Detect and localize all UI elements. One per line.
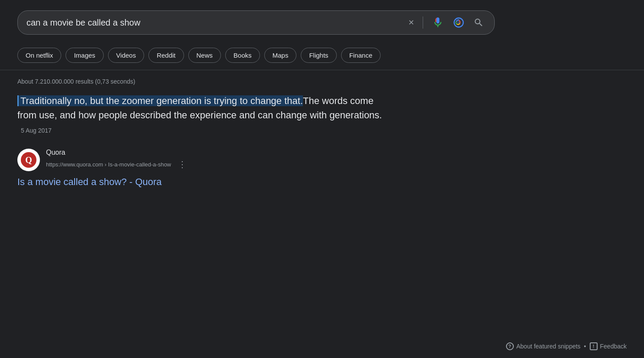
- chip-maps[interactable]: Maps: [264, 48, 297, 63]
- chip-news[interactable]: News: [188, 48, 221, 63]
- quora-logo: Q: [21, 152, 36, 168]
- microphone-icon: [432, 16, 444, 29]
- filter-chips: On netflix Images Videos Reddit News Boo…: [0, 43, 644, 70]
- chip-finance[interactable]: Finance: [341, 48, 381, 63]
- chip-on-netflix[interactable]: On netflix: [17, 48, 61, 63]
- lens-button[interactable]: [451, 15, 467, 30]
- about-snippets-label: About featured snippets: [516, 343, 581, 350]
- feedback-icon: !: [590, 342, 598, 350]
- search-input[interactable]: [26, 18, 407, 28]
- chip-flights[interactable]: Flights: [301, 48, 336, 63]
- search-icons: ×: [407, 15, 486, 30]
- clear-button[interactable]: ×: [407, 15, 416, 30]
- source-url: https://www.quora.com › Is-a-movie-calle…: [46, 161, 171, 168]
- search-button[interactable]: [472, 16, 486, 29]
- search-icon: [473, 17, 484, 28]
- source-logo: Q: [17, 149, 40, 171]
- chip-images[interactable]: Images: [66, 48, 103, 63]
- lens-icon: [453, 16, 465, 29]
- about-snippets-item[interactable]: ? About featured snippets: [506, 342, 581, 350]
- snippet-highlighted: Traditionally no, but the zoomer generat…: [17, 95, 303, 106]
- help-circle-icon: ?: [506, 342, 514, 350]
- chip-videos[interactable]: Videos: [108, 48, 145, 63]
- chip-reddit[interactable]: Reddit: [148, 48, 184, 63]
- microphone-button[interactable]: [430, 15, 446, 30]
- close-icon: ×: [408, 17, 414, 28]
- bottom-bar: ? About featured snippets • ! Feedback: [489, 335, 644, 358]
- search-bar-container: ×: [0, 0, 644, 43]
- results-area: About 7.210.000.000 results (0,73 second…: [0, 70, 644, 188]
- source-row: Q Quora https://www.quora.com › Is-a-mov…: [17, 149, 627, 171]
- chip-books[interactable]: Books: [225, 48, 260, 63]
- results-count: About 7.210.000.000 results (0,73 second…: [17, 78, 627, 85]
- search-divider: [423, 16, 423, 29]
- source-url-row: https://www.quora.com › Is-a-movie-calle…: [46, 157, 190, 171]
- separator: •: [584, 343, 586, 350]
- result-link[interactable]: Is a movie called a show? - Quora: [17, 176, 162, 187]
- snippet-date: 5 Aug 2017: [21, 127, 52, 134]
- source-info: Quora https://www.quora.com › Is-a-movie…: [46, 149, 190, 171]
- source-name: Quora: [46, 149, 190, 156]
- snippet-text: Traditionally no, but the zoomer generat…: [17, 94, 391, 137]
- search-bar: ×: [17, 10, 495, 35]
- feedback-item[interactable]: ! Feedback: [590, 342, 627, 350]
- svg-point-1: [457, 21, 460, 24]
- more-options-icon[interactable]: ⋮: [174, 157, 190, 171]
- featured-snippet: Traditionally no, but the zoomer generat…: [17, 94, 391, 137]
- feedback-label: Feedback: [600, 343, 627, 350]
